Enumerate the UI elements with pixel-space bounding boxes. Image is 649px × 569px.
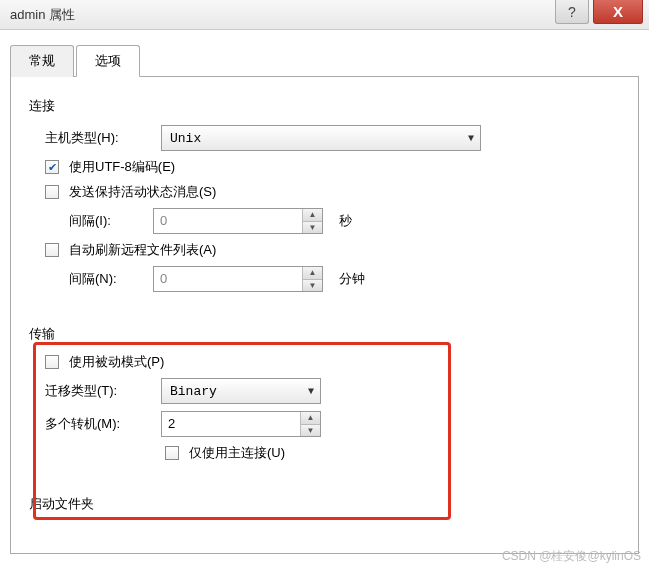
spinner-down-icon[interactable]: ▼ (303, 279, 322, 292)
tab-strip: 常规 选项 (10, 44, 639, 77)
tab-options[interactable]: 选项 (76, 45, 140, 77)
autorefresh-label: 自动刷新远程文件列表(A) (69, 241, 216, 259)
help-icon: ? (568, 4, 576, 20)
chevron-down-icon: ▼ (468, 133, 474, 144)
transfer-type-label: 迁移类型(T): (45, 382, 155, 400)
autorefresh-checkbox[interactable] (45, 243, 59, 257)
multi-value: 2 (162, 412, 300, 436)
interval2-unit: 分钟 (339, 270, 365, 288)
utf8-label: 使用UTF-8编码(E) (69, 158, 175, 176)
help-button[interactable]: ? (555, 0, 589, 24)
interval1-spinner[interactable]: 0 ▲ ▼ (153, 208, 323, 234)
spinner-up-icon[interactable]: ▲ (303, 267, 322, 279)
watermark: CSDN @桂安俊@kylinOS (502, 548, 641, 565)
host-type-label: 主机类型(H): (45, 129, 155, 147)
transfer-type-value: Binary (170, 384, 217, 399)
window-title: admin 属性 (10, 6, 75, 24)
close-icon: X (613, 3, 623, 20)
interval1-value: 0 (154, 209, 302, 233)
passive-label: 使用被动模式(P) (69, 353, 164, 371)
host-type-value: Unix (170, 131, 201, 146)
main-conn-label: 仅使用主连接(U) (189, 444, 285, 462)
spinner-down-icon[interactable]: ▼ (301, 424, 320, 437)
options-panel: 连接 主机类型(H): Unix ▼ ✔ 使用UTF-8编码(E) 发送保持活动… (10, 77, 639, 554)
multi-spinner[interactable]: 2 ▲ ▼ (161, 411, 321, 437)
passive-checkbox[interactable] (45, 355, 59, 369)
spinner-up-icon[interactable]: ▲ (301, 412, 320, 424)
close-button[interactable]: X (593, 0, 643, 24)
chevron-down-icon: ▼ (308, 386, 314, 397)
main-conn-checkbox[interactable] (165, 446, 179, 460)
tab-general[interactable]: 常规 (10, 45, 74, 77)
keepalive-checkbox[interactable] (45, 185, 59, 199)
spinner-up-icon[interactable]: ▲ (303, 209, 322, 221)
transfer-group: 传输 使用被动模式(P) 迁移类型(T): Binary ▼ 多个转机(M): … (29, 319, 620, 475)
titlebar: admin 属性 ? X (0, 0, 649, 30)
interval2-value: 0 (154, 267, 302, 291)
keepalive-label: 发送保持活动状态消息(S) (69, 183, 216, 201)
interval2-label: 间隔(N): (69, 270, 147, 288)
interval2-spinner[interactable]: 0 ▲ ▼ (153, 266, 323, 292)
multi-label: 多个转机(M): (45, 415, 155, 433)
connection-group: 连接 主机类型(H): Unix ▼ ✔ 使用UTF-8编码(E) 发送保持活动… (29, 91, 620, 305)
startup-group-title: 启动文件夹 (29, 489, 620, 513)
connection-group-title: 连接 (29, 91, 620, 115)
interval1-label: 间隔(I): (69, 212, 147, 230)
utf8-checkbox[interactable]: ✔ (45, 160, 59, 174)
transfer-type-select[interactable]: Binary ▼ (161, 378, 321, 404)
host-type-select[interactable]: Unix ▼ (161, 125, 481, 151)
startup-group: 启动文件夹 (29, 489, 620, 529)
transfer-group-title: 传输 (29, 319, 620, 343)
interval1-unit: 秒 (339, 212, 352, 230)
spinner-down-icon[interactable]: ▼ (303, 221, 322, 234)
